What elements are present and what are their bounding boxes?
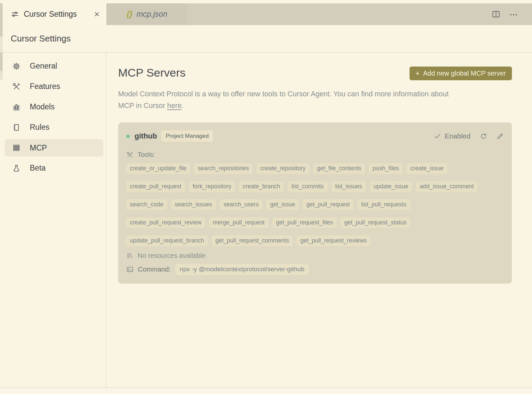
description-line-1: Model Context Protocol is a way to offer… [118,90,449,98]
sidebar-item-beta[interactable]: Beta [0,158,106,178]
gear-icon [12,62,21,71]
enabled-label: Enabled [445,132,470,140]
edit-pencil-icon[interactable] [496,132,504,140]
tool-chip: get_pull_request_files [272,217,337,228]
tool-chip: update_pull_request_branch [126,235,208,246]
sidebar-item-models[interactable]: Models [0,97,106,117]
tool-chip: create_pull_request_review [126,217,205,228]
edge-strip [0,53,3,71]
terminal-icon [126,266,134,273]
sidebar-item-rules[interactable]: Rules [0,117,106,137]
status-dot [126,134,130,138]
refresh-icon[interactable] [479,132,487,140]
tool-chip: merge_pull_request [209,217,268,228]
tools-icon [126,151,134,159]
tools-icon [12,82,21,91]
mcp-description: Model Context Protocol is a way to offer… [118,88,512,112]
tab-label: mcp.json [137,10,167,19]
tab-bar: Cursor Settings {} mcp.json [0,3,532,25]
sidebar-item-general[interactable]: General [0,56,106,76]
braces-icon: {} [126,10,132,19]
tool-chip: list_commits [288,181,327,192]
tab-mcp-json[interactable]: {} mcp.json [106,3,187,25]
tool-chip: get_file_contents [313,163,365,174]
settings-sidebar: General Features Models [0,53,106,388]
add-button-label: Add new global MCP server [423,70,506,77]
split-editor-icon[interactable] [492,10,501,19]
mcp-settings-panel: MCP Servers + Add new global MCP server … [106,53,532,388]
tool-chip: get_pull_request_status [341,217,410,228]
tools-label: Tools: [138,151,155,159]
tool-chip: add_issue_comment [416,181,477,192]
no-resources-label: No resources available [138,252,205,260]
tool-chip: update_issue [370,181,412,192]
tool-chip: search_code [126,199,167,210]
bottom-panel-edge [0,388,532,394]
library-icon [126,252,134,260]
ruler-doc-icon [12,123,21,132]
plus-icon: + [416,70,420,77]
tool-chip: search_repositories [194,163,253,174]
editor-actions [492,3,532,25]
check-icon [434,132,441,140]
tab-cursor-settings[interactable]: Cursor Settings [3,3,106,25]
tool-chip: fork_repository [189,181,235,192]
edge-strip [0,25,3,37]
command-label: Command: [138,266,171,273]
more-actions-icon[interactable] [509,10,518,19]
tool-chip: list_pull_requests [357,199,410,210]
tool-chip: get_pull_request [303,199,353,210]
tool-chip-list: create_or_update_filesearch_repositories… [126,163,504,246]
add-global-mcp-server-button[interactable]: + Add new global MCP server [410,67,512,80]
tool-chip: get_pull_request_comments [212,235,293,246]
tool-chip: create_issue [407,163,447,174]
tab-label: Cursor Settings [24,10,77,19]
description-line-2: MCP in Cursor [118,102,167,110]
tool-chip: search_issues [171,199,216,210]
server-name: github [135,132,157,140]
sidebar-item-features[interactable]: Features [0,76,106,97]
sidebar-item-label: Rules [30,123,50,132]
edge-strip [0,37,3,53]
bar-chart-icon [12,103,21,111]
tool-chip: list_issues [332,181,366,192]
tool-chip: create_branch [239,181,284,192]
tool-chip: get_pull_request_reviews [297,235,370,246]
close-icon[interactable] [93,11,100,18]
edge-strip [0,71,3,80]
server-card-github: github Project Managed Enabled [118,122,512,284]
tool-chip: create_or_update_file [126,163,190,174]
mcp-servers-title: MCP Servers [118,65,186,80]
tool-chip: search_users [220,199,262,210]
server-stack-icon [12,143,21,152]
sliders-icon [11,10,19,18]
command-value: npx -y @modelcontextprotocol/server-gith… [175,264,309,275]
tool-chip: create_pull_request [126,181,185,192]
tool-chip: push_files [369,163,403,174]
sidebar-item-label: Features [30,82,60,91]
sidebar-item-label: General [30,62,57,71]
description-period: . [182,102,184,110]
sidebar-item-mcp[interactable]: MCP [5,139,103,157]
sidebar-item-label: MCP [30,143,47,153]
beaker-icon [12,164,21,173]
tool-chip: create_repository [257,163,309,174]
sidebar-item-label: Beta [30,164,46,173]
settings-header: Cursor Settings [0,25,532,53]
sidebar-item-label: Models [30,102,55,111]
here-link[interactable]: here [167,102,182,110]
project-managed-badge: Project Managed [161,130,213,142]
page-title: Cursor Settings [11,33,71,44]
tool-chip: get_issue [266,199,299,210]
enabled-toggle[interactable]: Enabled [434,132,470,140]
